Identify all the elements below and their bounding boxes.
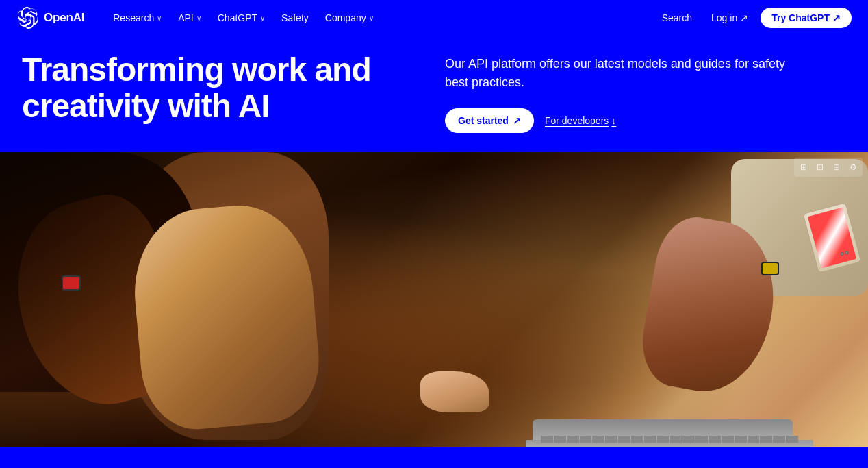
key bbox=[682, 436, 695, 443]
research-chevron-icon: ∨ bbox=[157, 14, 162, 22]
nav-api[interactable]: API ∨ bbox=[171, 8, 208, 27]
search-button[interactable]: Search bbox=[655, 8, 699, 27]
laptop-keyboard bbox=[539, 434, 800, 447]
laptop bbox=[526, 269, 813, 447]
company-chevron-icon: ∨ bbox=[369, 14, 374, 22]
nav-safety[interactable]: Safety bbox=[275, 8, 316, 27]
login-button[interactable]: Log in ↗ bbox=[704, 8, 755, 27]
key bbox=[748, 436, 760, 443]
red-watch bbox=[62, 275, 81, 291]
login-arrow-icon: ↗ bbox=[740, 12, 748, 23]
phone-screen bbox=[808, 207, 856, 268]
try-chatgpt-button[interactable]: Try ChatGPT ↗ bbox=[761, 8, 852, 28]
image-tool-2[interactable]: ⊡ bbox=[813, 160, 828, 175]
nav-chatgpt[interactable]: ChatGPT ∨ bbox=[211, 8, 272, 27]
hero-buttons: Get started ↗ For developers ↓ bbox=[445, 108, 846, 133]
key bbox=[735, 436, 747, 443]
camera-dot bbox=[840, 251, 844, 256]
key bbox=[670, 436, 682, 443]
for-devs-arrow-icon: ↓ bbox=[611, 115, 616, 126]
navigation: OpenAI Research ∨ API ∨ ChatGPT ∨ Safety… bbox=[0, 0, 868, 36]
key bbox=[592, 436, 604, 443]
key bbox=[657, 436, 669, 443]
key bbox=[541, 436, 553, 443]
api-chevron-icon: ∨ bbox=[196, 14, 201, 22]
hero-section: Transforming work and creativity with AI… bbox=[0, 36, 868, 152]
nav-research[interactable]: Research ∨ bbox=[106, 8, 168, 27]
hero-right: Our API platform offers our latest model… bbox=[445, 52, 846, 133]
key bbox=[695, 436, 708, 443]
chatgpt-chevron-icon: ∨ bbox=[260, 14, 265, 22]
hero-title: Transforming work and creativity with AI bbox=[22, 52, 423, 125]
laptop-base bbox=[526, 440, 813, 447]
for-developers-button[interactable]: For developers ↓ bbox=[545, 115, 616, 126]
nav-company[interactable]: Company ∨ bbox=[318, 8, 381, 27]
hero-description: Our API platform offers our latest model… bbox=[445, 55, 787, 92]
key bbox=[618, 436, 630, 443]
get-started-arrow-icon: ↗ bbox=[513, 115, 521, 126]
nav-links: Research ∨ API ∨ ChatGPT ∨ Safety Compan… bbox=[106, 8, 654, 27]
key bbox=[709, 436, 721, 443]
image-tool-1[interactable]: ⊞ bbox=[796, 160, 811, 175]
hero-left: Transforming work and creativity with AI bbox=[22, 52, 423, 125]
key bbox=[567, 436, 579, 443]
pointing-hand bbox=[420, 371, 489, 412]
brand-name: OpenAI bbox=[44, 11, 84, 25]
key bbox=[580, 436, 592, 443]
key bbox=[631, 436, 643, 443]
key bbox=[786, 436, 798, 443]
key bbox=[760, 436, 772, 443]
scene bbox=[0, 152, 868, 447]
openai-logo-icon bbox=[16, 7, 38, 29]
key bbox=[554, 436, 566, 443]
logo[interactable]: OpenAI bbox=[16, 7, 84, 29]
image-settings[interactable]: ⚙ bbox=[845, 160, 860, 175]
try-arrow-icon: ↗ bbox=[832, 12, 841, 23]
image-toolbar: ⊞ ⊡ ⊟ ⚙ bbox=[794, 158, 863, 177]
camera-dot bbox=[845, 251, 849, 255]
image-tool-3[interactable]: ⊟ bbox=[829, 160, 844, 175]
key bbox=[773, 436, 785, 443]
key bbox=[722, 436, 734, 443]
get-started-button[interactable]: Get started ↗ bbox=[445, 108, 534, 133]
hero-image: ⊞ ⊡ ⊟ ⚙ bbox=[0, 152, 868, 447]
key bbox=[605, 436, 617, 443]
nav-actions: Search Log in ↗ Try ChatGPT ↗ bbox=[655, 8, 852, 28]
key bbox=[644, 436, 656, 443]
